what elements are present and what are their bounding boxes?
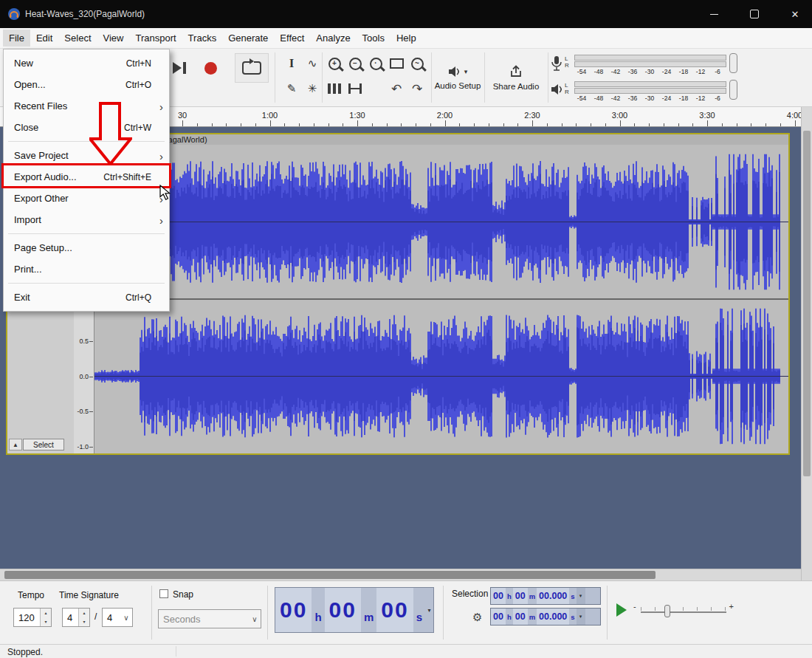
submenu-chevron-icon: › (159, 100, 163, 112)
maximize-button[interactable] (737, 0, 771, 28)
menu-item-close[interactable]: CloseCtrl+W (4, 117, 169, 138)
time-signature-lower-select[interactable]: 4 ∨ (102, 608, 133, 627)
meter-scale-label: -30 (645, 68, 654, 75)
dropdown-caret-icon[interactable]: ▾ (577, 588, 585, 604)
snap-checkbox[interactable] (159, 589, 168, 598)
trim-icon (328, 83, 341, 94)
meter-scale-label: -42 (611, 68, 620, 75)
share-audio-button[interactable]: Share Audio (487, 53, 545, 102)
menu-analyze[interactable]: Analyze (310, 30, 356, 47)
slider-thumb[interactable] (664, 605, 670, 617)
selection-tool-button[interactable]: I (282, 53, 301, 74)
zoom-out-button[interactable]: − (345, 53, 365, 74)
gear-icon[interactable]: ⚙ (472, 611, 482, 624)
selection-label: Selection (452, 589, 488, 599)
menu-generate[interactable]: Generate (222, 30, 274, 47)
multi-tool-button[interactable]: ✳ (303, 78, 322, 99)
horizontal-scrollbar-thumb[interactable] (4, 571, 656, 579)
playback-volume-slider[interactable] (729, 80, 737, 100)
menu-item-recent-files[interactable]: Recent Files› (4, 95, 169, 117)
minimize-button[interactable] (697, 0, 731, 28)
horizontal-scrollbar[interactable] (0, 569, 801, 580)
play-at-speed-button[interactable] (613, 600, 630, 620)
draw-tool-button[interactable]: ✎ (282, 78, 301, 99)
menu-item-save-project[interactable]: Save Project› (4, 145, 169, 166)
ruler-tick (664, 123, 664, 126)
envelope-tool-button[interactable]: ∿ (303, 53, 322, 74)
zoom-in-button[interactable]: + (325, 53, 344, 74)
menu-tracks[interactable]: Tracks (182, 30, 223, 47)
time-signature-upper-input[interactable]: 4 ▴▾ (62, 608, 90, 627)
menu-file[interactable]: File (3, 30, 30, 47)
meter-scale-label: -48 (594, 95, 603, 102)
selection-start-field[interactable]: 00h00m00.000s▾ (490, 587, 601, 605)
zoom-to-selection-button[interactable]: · (366, 53, 385, 74)
time-unit-label: h (506, 609, 513, 625)
menu-view[interactable]: View (97, 30, 130, 47)
spinner-arrows-icon[interactable]: ▴▾ (40, 609, 51, 626)
menu-transport[interactable]: Transport (129, 30, 182, 47)
redo-icon: ↷ (412, 81, 422, 97)
audio-setup-button[interactable]: ▾ Audio Setup (434, 53, 481, 102)
audio-position-display[interactable]: 00h00m00s▾ (275, 587, 434, 633)
redo-button[interactable]: ↷ (407, 78, 427, 99)
dropdown-caret-icon[interactable]: ▾ (425, 588, 433, 632)
close-button[interactable]: ✕ (778, 0, 812, 28)
menu-help[interactable]: Help (390, 30, 422, 47)
menu-item-export-other[interactable]: Export Other› (4, 188, 169, 209)
caret-down-icon: ▾ (464, 68, 468, 75)
menu-item-import[interactable]: Import› (4, 209, 169, 230)
meter-scale-label: -24 (662, 95, 671, 102)
recording-gain-slider[interactable] (729, 53, 737, 73)
statusbar-separator (176, 646, 176, 657)
menu-item-label: Recent Files (14, 100, 67, 112)
ruler-time-label: 1:30 (349, 111, 365, 120)
vertical-scrollbar[interactable] (801, 107, 812, 580)
menu-item-print[interactable]: Print... (4, 258, 169, 280)
slider-plus-label: + (729, 602, 734, 611)
selection-end-field[interactable]: 00h00m00.000s▾ (490, 608, 601, 626)
ruler-tick (328, 123, 329, 126)
dropdown-caret-icon[interactable]: ▾ (577, 609, 585, 625)
time-signature-slash: / (94, 611, 97, 622)
menu-tools[interactable]: Tools (357, 30, 390, 47)
snap-mode-select[interactable]: Seconds ∨ (158, 609, 261, 628)
menu-item-page-setup[interactable]: Page Setup... (4, 237, 169, 258)
titlebar: Heat-Waves_320(PagalWorld) ✕ (0, 0, 812, 28)
ruler-time-label: 2:00 (437, 111, 453, 120)
time-digits: 00 (275, 588, 312, 632)
undo-button[interactable]: ↶ (387, 78, 406, 99)
loop-button[interactable] (235, 53, 269, 83)
bottom-toolbar: Tempo Time Signature 120 ▴▾ 4 ▴▾ / 4 ∨ S… (0, 580, 812, 644)
tempo-input[interactable]: 120 ▴▾ (13, 608, 52, 627)
menu-item-label: Save Project (14, 150, 69, 161)
silence-audio-button[interactable] (345, 78, 365, 99)
time-unit-label: s (413, 588, 425, 632)
menu-item-exit[interactable]: ExitCtrl+Q (4, 287, 169, 308)
playback-speed-slider[interactable]: - + (635, 602, 732, 621)
recording-meter[interactable]: L R -54-48-42-36-30-24-18-12-6 (551, 52, 744, 75)
zoom-toggle-button[interactable]: ~ (407, 53, 427, 74)
menu-edit[interactable]: Edit (30, 30, 58, 47)
menu-select[interactable]: Select (58, 30, 97, 47)
ruler-tick (416, 123, 416, 126)
audacity-app-icon (7, 7, 21, 21)
vertical-scrollbar-thumb[interactable] (803, 131, 811, 476)
menu-item-open[interactable]: Open...Ctrl+O (4, 74, 169, 95)
menu-item-new[interactable]: NewCtrl+N (4, 52, 169, 74)
zoom-fit-project-button[interactable] (387, 53, 406, 74)
menu-item-export-audio[interactable]: Export Audio...Ctrl+Shift+E (4, 166, 169, 188)
zoom-in-icon: + (328, 58, 341, 70)
menu-effect[interactable]: Effect (274, 30, 310, 47)
track-collapse-button[interactable]: ▲ (9, 439, 22, 450)
chevron-down-icon: ∨ (249, 615, 261, 623)
meter-scale-label: -18 (679, 95, 688, 102)
time-digits: 00 (491, 588, 506, 604)
playback-meter[interactable]: L R -54-48-42-36-30-24-18-12-6 (551, 78, 744, 102)
track-select-button[interactable]: Select (23, 439, 64, 450)
spinner-arrows-icon[interactable]: ▴▾ (78, 609, 89, 626)
record-button[interactable] (196, 55, 224, 81)
trim-audio-button[interactable] (325, 78, 344, 99)
waveform[interactable] (94, 145, 788, 453)
ruler-time-label: 3:30 (699, 111, 715, 120)
